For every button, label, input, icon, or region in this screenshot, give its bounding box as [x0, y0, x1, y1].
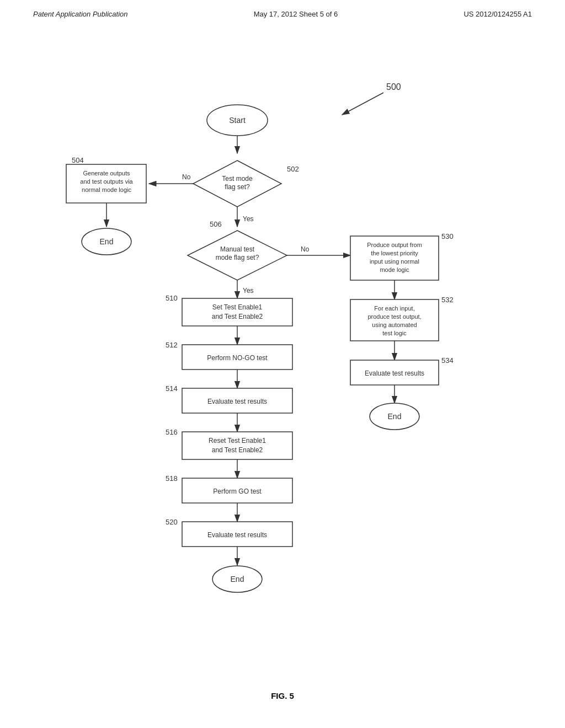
- label-506: 506: [210, 220, 222, 228]
- label-512: 512: [166, 341, 178, 349]
- label-510: 510: [166, 294, 178, 302]
- header-right: US 2012/0124255 A1: [463, 10, 532, 18]
- yes-label-506: Yes: [243, 287, 254, 295]
- box-504-line2: and test outputs via: [80, 178, 133, 185]
- no-label-502: No: [182, 173, 191, 181]
- label-520: 520: [166, 518, 178, 526]
- box-516: [182, 432, 292, 459]
- end1-label: End: [100, 237, 114, 246]
- box-534-text: Evaluate test results: [365, 370, 424, 377]
- label-534: 534: [441, 356, 454, 365]
- end3-label: End: [388, 412, 402, 421]
- diagram-area: 500 Start Test mode flag set? 502 No Gen…: [0, 24, 565, 686]
- box-532-line3: using automated: [372, 322, 417, 328]
- figure-label: FIG. 5: [0, 691, 565, 711]
- label-516: 516: [166, 428, 178, 436]
- box-512-text: Perform NO-GO test: [207, 354, 268, 362]
- label-514: 514: [166, 384, 178, 393]
- diamond-502-line2: flag set?: [225, 183, 250, 191]
- label-518: 518: [166, 474, 178, 483]
- box-516-line1: Reset Test Enable1: [209, 437, 266, 445]
- box-530-line4: mode logic: [380, 266, 409, 273]
- label-532: 532: [441, 296, 454, 304]
- box-532-line4: test logic: [382, 330, 407, 336]
- box-530-line2: the lowest priority: [371, 250, 418, 256]
- header-center: May 17, 2012 Sheet 5 of 6: [254, 10, 338, 18]
- box-504-line3: normal mode logic: [82, 186, 131, 193]
- label-502: 502: [287, 165, 299, 173]
- no-label-506: No: [301, 245, 310, 253]
- end2-label: End: [231, 575, 244, 584]
- box-530-line1: Produce output from: [367, 242, 422, 248]
- page: Patent Application Publication May 17, 2…: [0, 0, 565, 728]
- box-514-text: Evaluate test results: [207, 398, 267, 405]
- label-504: 504: [72, 156, 84, 164]
- box-504-line1: Generate outputs: [83, 170, 130, 176]
- ref-500-label: 500: [386, 82, 401, 92]
- box-510-line1: Set Test Enable1: [212, 303, 263, 311]
- diamond-506-line2: mode flag set?: [216, 254, 259, 261]
- header: Patent Application Publication May 17, 2…: [0, 0, 565, 24]
- box-518-text: Perform GO test: [213, 488, 262, 495]
- box-532-line2: produce test output,: [367, 313, 421, 320]
- box-532-line1: For each input,: [374, 305, 414, 312]
- box-510-line2: and Test Enable2: [212, 313, 263, 320]
- box-510: [182, 298, 292, 326]
- header-left: Patent Application Publication: [33, 10, 128, 18]
- yes-label-502: Yes: [243, 215, 254, 223]
- diamond-502-line1: Test mode: [222, 175, 253, 183]
- label-530: 530: [441, 232, 454, 240]
- ref-500-arrow: [342, 93, 383, 115]
- diamond-506-line1: Manual test: [220, 245, 255, 253]
- box-516-line2: and Test Enable2: [212, 446, 263, 454]
- box-530-line3: input using normal: [370, 258, 419, 265]
- flowchart-svg: 500 Start Test mode flag set? 502 No Gen…: [0, 24, 565, 686]
- start-label: Start: [229, 116, 246, 125]
- box-520-text: Evaluate test results: [207, 531, 267, 539]
